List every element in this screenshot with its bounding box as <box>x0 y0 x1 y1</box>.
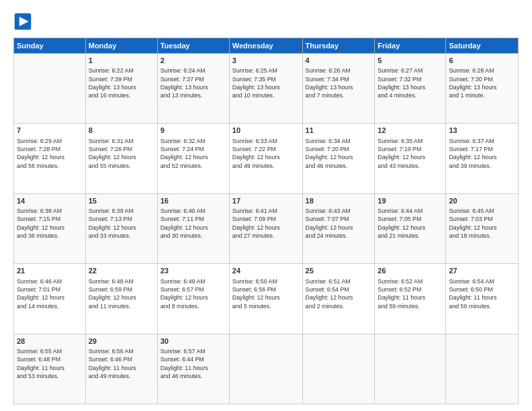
calendar-cell: 1Sunrise: 6:22 AMSunset: 7:39 PMDaylight… <box>85 54 157 124</box>
day-number: 3 <box>232 56 300 66</box>
header <box>13 12 519 31</box>
day-info: Sunrise: 6:25 AMSunset: 7:35 PMDaylight:… <box>232 66 300 99</box>
day-info: Sunrise: 6:45 AMSunset: 7:03 PMDaylight:… <box>449 207 515 240</box>
day-info: Sunrise: 6:28 AMSunset: 7:30 PMDaylight:… <box>449 66 515 99</box>
calendar-cell: 30Sunrise: 6:57 AMSunset: 6:44 PMDayligh… <box>157 334 229 404</box>
calendar-cell: 27Sunrise: 6:54 AMSunset: 6:50 PMDayligh… <box>446 264 519 334</box>
day-of-week-header: Friday <box>375 38 446 54</box>
day-info: Sunrise: 6:56 AMSunset: 6:46 PMDaylight:… <box>89 347 154 380</box>
day-of-week-header: Sunday <box>14 38 86 54</box>
logo <box>13 12 35 31</box>
day-info: Sunrise: 6:54 AMSunset: 6:50 PMDaylight:… <box>449 277 515 310</box>
calendar-cell: 22Sunrise: 6:48 AMSunset: 6:59 PMDayligh… <box>85 264 157 334</box>
day-number: 28 <box>17 336 83 347</box>
calendar-cell: 26Sunrise: 6:52 AMSunset: 6:52 PMDayligh… <box>375 264 446 334</box>
calendar-cell: 23Sunrise: 6:49 AMSunset: 6:57 PMDayligh… <box>157 264 229 334</box>
calendar-cell: 28Sunrise: 6:55 AMSunset: 6:48 PMDayligh… <box>14 334 86 404</box>
day-number: 1 <box>89 56 154 66</box>
day-number: 26 <box>378 266 443 276</box>
calendar-cell <box>375 334 446 404</box>
calendar-week-row: 21Sunrise: 6:46 AMSunset: 7:01 PMDayligh… <box>14 264 519 334</box>
calendar-cell: 9Sunrise: 6:32 AMSunset: 7:24 PMDaylight… <box>157 124 229 193</box>
calendar-cell: 6Sunrise: 6:28 AMSunset: 7:30 PMDaylight… <box>446 54 519 124</box>
calendar-cell: 11Sunrise: 6:34 AMSunset: 7:20 PMDayligh… <box>302 124 375 193</box>
calendar-cell: 15Sunrise: 6:39 AMSunset: 7:13 PMDayligh… <box>85 193 157 263</box>
day-info: Sunrise: 6:41 AMSunset: 7:09 PMDaylight:… <box>232 207 300 240</box>
calendar-cell: 19Sunrise: 6:44 AMSunset: 7:05 PMDayligh… <box>375 193 446 263</box>
calendar-cell: 10Sunrise: 6:33 AMSunset: 7:22 PMDayligh… <box>229 124 302 193</box>
day-info: Sunrise: 6:55 AMSunset: 6:48 PMDaylight:… <box>17 347 83 380</box>
day-number: 30 <box>161 336 226 347</box>
calendar-week-row: 14Sunrise: 6:38 AMSunset: 7:15 PMDayligh… <box>14 193 519 263</box>
calendar-cell: 24Sunrise: 6:50 AMSunset: 6:56 PMDayligh… <box>229 264 302 334</box>
day-info: Sunrise: 6:38 AMSunset: 7:15 PMDaylight:… <box>17 207 83 240</box>
day-number: 9 <box>161 126 226 136</box>
calendar-cell: 2Sunrise: 6:24 AMSunset: 7:37 PMDaylight… <box>157 54 229 124</box>
day-number: 10 <box>232 126 300 136</box>
day-number: 20 <box>449 196 515 206</box>
day-info: Sunrise: 6:39 AMSunset: 7:13 PMDaylight:… <box>89 207 154 240</box>
calendar-cell <box>302 334 375 404</box>
day-info: Sunrise: 6:37 AMSunset: 7:17 PMDaylight:… <box>449 137 515 170</box>
day-number: 22 <box>89 266 154 276</box>
day-number: 6 <box>449 56 515 66</box>
calendar-cell: 12Sunrise: 6:35 AMSunset: 7:19 PMDayligh… <box>375 124 446 193</box>
day-number: 17 <box>232 196 300 206</box>
calendar-cell: 7Sunrise: 6:29 AMSunset: 7:28 PMDaylight… <box>14 124 86 193</box>
day-number: 29 <box>89 336 154 347</box>
calendar-week-row: 1Sunrise: 6:22 AMSunset: 7:39 PMDaylight… <box>14 54 519 124</box>
calendar-cell <box>446 334 519 404</box>
day-number: 7 <box>17 126 83 136</box>
day-number: 18 <box>306 196 372 206</box>
day-info: Sunrise: 6:49 AMSunset: 6:57 PMDaylight:… <box>161 277 226 310</box>
day-of-week-header: Wednesday <box>229 38 302 54</box>
calendar-cell: 18Sunrise: 6:43 AMSunset: 7:07 PMDayligh… <box>302 193 375 263</box>
day-number: 24 <box>232 266 300 276</box>
day-number: 23 <box>161 266 226 276</box>
day-info: Sunrise: 6:29 AMSunset: 7:28 PMDaylight:… <box>17 137 83 170</box>
day-number: 8 <box>89 126 154 136</box>
day-info: Sunrise: 6:46 AMSunset: 7:01 PMDaylight:… <box>17 277 83 310</box>
day-info: Sunrise: 6:24 AMSunset: 7:37 PMDaylight:… <box>161 66 226 99</box>
calendar-cell: 16Sunrise: 6:40 AMSunset: 7:11 PMDayligh… <box>157 193 229 263</box>
day-of-week-header: Saturday <box>446 38 519 54</box>
day-info: Sunrise: 6:33 AMSunset: 7:22 PMDaylight:… <box>232 137 300 170</box>
logo-icon <box>13 12 32 31</box>
calendar-cell: 21Sunrise: 6:46 AMSunset: 7:01 PMDayligh… <box>14 264 86 334</box>
calendar-cell: 5Sunrise: 6:27 AMSunset: 7:32 PMDaylight… <box>375 54 446 124</box>
day-number: 15 <box>89 196 154 206</box>
calendar-week-row: 28Sunrise: 6:55 AMSunset: 6:48 PMDayligh… <box>14 334 519 404</box>
day-of-week-header: Thursday <box>302 38 375 54</box>
day-info: Sunrise: 6:48 AMSunset: 6:59 PMDaylight:… <box>89 277 154 310</box>
calendar-cell: 20Sunrise: 6:45 AMSunset: 7:03 PMDayligh… <box>446 193 519 263</box>
day-info: Sunrise: 6:32 AMSunset: 7:24 PMDaylight:… <box>161 137 226 170</box>
day-info: Sunrise: 6:27 AMSunset: 7:32 PMDaylight:… <box>378 66 443 99</box>
calendar-cell: 29Sunrise: 6:56 AMSunset: 6:46 PMDayligh… <box>85 334 157 404</box>
day-number: 21 <box>17 266 83 276</box>
day-number: 5 <box>378 56 443 66</box>
day-number: 11 <box>306 126 372 136</box>
day-number: 27 <box>449 266 515 276</box>
day-info: Sunrise: 6:50 AMSunset: 6:56 PMDaylight:… <box>232 277 300 310</box>
day-info: Sunrise: 6:35 AMSunset: 7:19 PMDaylight:… <box>378 137 443 170</box>
day-number: 2 <box>161 56 226 66</box>
day-info: Sunrise: 6:22 AMSunset: 7:39 PMDaylight:… <box>89 66 154 99</box>
day-info: Sunrise: 6:43 AMSunset: 7:07 PMDaylight:… <box>306 207 372 240</box>
day-info: Sunrise: 6:26 AMSunset: 7:34 PMDaylight:… <box>306 66 372 99</box>
day-info: Sunrise: 6:51 AMSunset: 6:54 PMDaylight:… <box>306 277 372 310</box>
calendar-cell <box>229 334 302 404</box>
calendar-cell: 17Sunrise: 6:41 AMSunset: 7:09 PMDayligh… <box>229 193 302 263</box>
calendar-cell: 14Sunrise: 6:38 AMSunset: 7:15 PMDayligh… <box>14 193 86 263</box>
day-number: 13 <box>449 126 515 136</box>
day-number: 16 <box>161 196 226 206</box>
calendar-cell: 3Sunrise: 6:25 AMSunset: 7:35 PMDaylight… <box>229 54 302 124</box>
calendar-cell: 8Sunrise: 6:31 AMSunset: 7:26 PMDaylight… <box>85 124 157 193</box>
day-info: Sunrise: 6:34 AMSunset: 7:20 PMDaylight:… <box>306 137 372 170</box>
calendar-header-row: SundayMondayTuesdayWednesdayThursdayFrid… <box>14 38 519 54</box>
day-of-week-header: Tuesday <box>157 38 229 54</box>
day-number: 4 <box>306 56 372 66</box>
day-info: Sunrise: 6:40 AMSunset: 7:11 PMDaylight:… <box>161 207 226 240</box>
day-number: 14 <box>17 196 83 206</box>
day-number: 25 <box>306 266 372 276</box>
calendar-week-row: 7Sunrise: 6:29 AMSunset: 7:28 PMDaylight… <box>14 124 519 193</box>
